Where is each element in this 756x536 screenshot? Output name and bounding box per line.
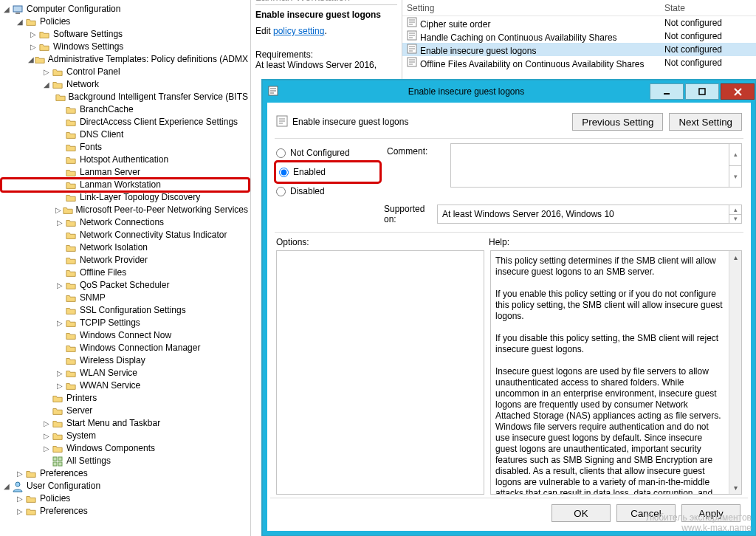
tree-item[interactable]: DNS Client: [1, 128, 249, 141]
tree-label: Computer Configuration: [26, 3, 121, 16]
minimize-button[interactable]: [650, 83, 684, 100]
tree-item[interactable]: ▷Start Menu and Taskbar: [1, 417, 249, 430]
twisty-icon[interactable]: ▷: [41, 66, 52, 78]
twisty-icon[interactable]: ▷: [55, 317, 65, 329]
comment-textbox[interactable]: ▴▾: [450, 143, 742, 188]
tree-item[interactable]: Printers: [1, 392, 249, 405]
help-pane[interactable]: This policy setting determines if the SM…: [490, 250, 742, 495]
tree-item[interactable]: ▷Control Panel: [1, 66, 249, 78]
twisty-icon[interactable]: ◢: [1, 3, 12, 16]
twisty-icon[interactable]: ▷: [28, 41, 38, 53]
spin-down-icon[interactable]: ▾: [729, 215, 741, 224]
previous-setting-button[interactable]: Previous Setting: [572, 113, 663, 131]
radio-enabled[interactable]: Enabled: [276, 162, 379, 182]
twisty-icon[interactable]: ▷: [41, 417, 52, 430]
tree-item[interactable]: ▷Microsoft Peer-to-Peer Networking Servi…: [1, 204, 249, 216]
list-row[interactable]: Cipher suite orderNot configured: [402, 16, 756, 30]
spin-up-icon[interactable]: ▴: [729, 205, 741, 215]
tree-item[interactable]: Background Intelligent Transfer Service …: [1, 91, 249, 103]
twisty-icon[interactable]: ◢: [15, 16, 25, 28]
radio-disabled[interactable]: Disabled: [276, 182, 379, 201]
tree-item[interactable]: Offline Files: [1, 267, 249, 279]
tree-item[interactable]: ▷Software Settings: [1, 28, 249, 41]
twisty-icon[interactable]: ▷: [55, 279, 65, 292]
folder-icon: [52, 430, 63, 442]
tree-item[interactable]: Fonts: [1, 141, 249, 154]
tree-item[interactable]: Hotspot Authentication: [1, 154, 249, 166]
tree-item[interactable]: Network Isolation: [1, 241, 249, 254]
tree-item[interactable]: SSL Configuration Settings: [1, 304, 249, 317]
twisty-icon[interactable]: ◢: [28, 53, 35, 66]
policy-name-text: Enable insecure guest logons: [292, 117, 408, 127]
spin-down-icon[interactable]: ▾: [729, 166, 741, 188]
twisty-icon[interactable]: ▷: [55, 367, 65, 379]
tree-item[interactable]: ▷Windows Components: [1, 442, 249, 455]
tree-item[interactable]: ▷WLAN Service: [1, 367, 249, 379]
tree-item[interactable]: Lanman Server: [1, 166, 249, 179]
twisty-icon[interactable]: ▷: [55, 204, 63, 216]
twisty-icon[interactable]: ▷: [15, 467, 25, 480]
tree-item[interactable]: Network Provider: [1, 254, 249, 267]
tree-item[interactable]: ▷Policies: [1, 492, 249, 505]
tree-item[interactable]: ▷WWAN Service: [1, 379, 249, 392]
scroll-up-icon[interactable]: ▴: [729, 251, 741, 264]
twisty-icon[interactable]: ▷: [28, 28, 38, 41]
tree-item[interactable]: Windows Connection Manager: [1, 342, 249, 354]
twisty-icon[interactable]: ▷: [41, 442, 52, 455]
scroll-down-icon[interactable]: ▾: [729, 481, 741, 494]
twisty-icon[interactable]: ▷: [55, 379, 65, 392]
tree-user-configuration[interactable]: ◢User Configuration: [1, 480, 249, 492]
tree-item[interactable]: ▷Windows Settings: [1, 41, 249, 53]
policy-name-row: Enable insecure guest logons: [276, 115, 572, 129]
tree-item[interactable]: DirectAccess Client Experience Settings: [1, 116, 249, 128]
tree-item[interactable]: Link-Layer Topology Discovery: [1, 191, 249, 204]
twisty-icon[interactable]: ▷: [15, 492, 25, 505]
radio-not-configured[interactable]: Not Configured: [276, 143, 379, 162]
ok-button[interactable]: OK: [551, 504, 611, 522]
tree-item[interactable]: ▷QoS Packet Scheduler: [1, 279, 249, 292]
list-row-selected[interactable]: Enable insecure guest logonsNot configur…: [402, 43, 756, 56]
maximize-button[interactable]: [685, 83, 719, 100]
twisty-icon[interactable]: ▷: [55, 216, 65, 229]
list-row[interactable]: Offline Files Availability on Continuous…: [402, 56, 756, 69]
twisty-icon[interactable]: ▷: [41, 430, 52, 442]
tree-item[interactable]: Network Connectivity Status Indicator: [1, 229, 249, 241]
tree-item[interactable]: BranchCache: [1, 103, 249, 116]
twisty-icon[interactable]: ◢: [1, 480, 12, 492]
tree-lanman-workstation[interactable]: Lanman Workstation: [1, 179, 249, 191]
col-setting[interactable]: Setting: [402, 3, 660, 13]
edit-policy-link[interactable]: policy setting: [273, 26, 324, 36]
tree-admin-templates[interactable]: ◢Administrative Templates: Policy defini…: [1, 53, 249, 66]
tree-preferences[interactable]: ▷Preferences: [1, 467, 249, 480]
tree-item[interactable]: ▷TCPIP Settings: [1, 317, 249, 329]
tree-item[interactable]: ▷System: [1, 430, 249, 442]
folder-icon: [55, 92, 66, 103]
radio-input[interactable]: [276, 187, 286, 196]
radio-input[interactable]: [276, 148, 286, 158]
apply-button[interactable]: Apply: [681, 504, 740, 522]
col-state[interactable]: State: [660, 3, 756, 13]
tree-all-settings[interactable]: All Settings: [1, 455, 249, 467]
tree-computer-configuration[interactable]: ◢ Computer Configuration: [1, 3, 249, 16]
spin-up-icon[interactable]: ▴: [729, 144, 741, 166]
radio-input[interactable]: [279, 168, 289, 177]
scrollbar[interactable]: ▴ ▾: [729, 251, 741, 494]
tree-item[interactable]: Server: [1, 405, 249, 417]
cancel-button[interactable]: Cancel: [616, 504, 676, 522]
twisty-icon[interactable]: ◢: [41, 78, 52, 91]
options-pane[interactable]: [276, 250, 484, 495]
list-row[interactable]: Handle Caching on Continuous Availabilit…: [402, 30, 756, 43]
close-button[interactable]: [721, 83, 755, 100]
dialog-titlebar[interactable]: Enable insecure guest logons: [263, 80, 755, 103]
spin-buttons[interactable]: ▴▾: [729, 144, 741, 187]
tree-item[interactable]: Wireless Display: [1, 354, 249, 367]
twisty-icon[interactable]: ▷: [15, 505, 25, 518]
spin-buttons[interactable]: ▴▾: [729, 205, 741, 223]
tree-item[interactable]: ▷Preferences: [1, 505, 249, 518]
tree-item[interactable]: ▷Network Connections: [1, 216, 249, 229]
tree-item[interactable]: Windows Connect Now: [1, 329, 249, 342]
tree-policies[interactable]: ◢ Policies: [1, 16, 249, 28]
tree-network[interactable]: ◢Network: [1, 78, 249, 91]
next-setting-button[interactable]: Next Setting: [669, 113, 742, 131]
tree-item[interactable]: SNMP: [1, 292, 249, 304]
